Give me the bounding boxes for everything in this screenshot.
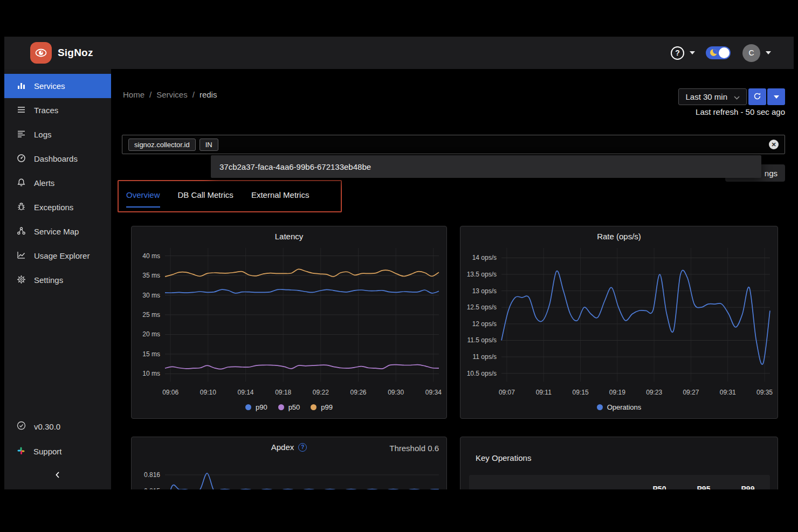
tab-db-call-metrics[interactable]: DB Call Metrics <box>178 190 233 208</box>
svg-text:40 ms: 40 ms <box>142 252 160 260</box>
top-bar: SigNoz ? C <box>4 37 794 69</box>
sidebar-item-label: Settings <box>34 275 63 285</box>
svg-text:13.5 ops/s: 13.5 ops/s <box>467 271 497 278</box>
latency-chart: 09:0609:1009:1409:1809:2209:2609:3009:34… <box>132 226 448 419</box>
svg-text:09:10: 09:10 <box>200 389 216 396</box>
svg-text:09:30: 09:30 <box>388 389 404 396</box>
filter-chips: signoz.collector.idIN <box>128 139 218 151</box>
table-col-p99[interactable]: P99 <box>726 485 770 489</box>
bell-icon <box>17 178 26 189</box>
svg-text:15 ms: 15 ms <box>142 350 160 358</box>
last-refresh-text: Last refresh - 50 sec ago <box>696 107 785 116</box>
table-col-p95[interactable]: P95 <box>682 485 726 489</box>
sidebar-item-label: Exceptions <box>34 203 73 212</box>
chevron-down-icon[interactable] <box>690 51 695 54</box>
legend-item-p50[interactable]: p50 <box>278 403 300 411</box>
legend-item-p99[interactable]: p99 <box>311 403 333 411</box>
table-header-row: P50P95P99 <box>469 485 770 489</box>
help-icon[interactable]: ? <box>671 46 684 60</box>
svg-text:35 ms: 35 ms <box>142 272 160 279</box>
refresh-button[interactable] <box>748 88 766 105</box>
svg-text:10 ms: 10 ms <box>142 370 160 377</box>
svg-text:09:27: 09:27 <box>683 389 699 396</box>
sidebar-nav: ServicesTracesLogsDashboardsAlertsExcept… <box>4 69 111 292</box>
tab-overview[interactable]: Overview <box>126 190 160 208</box>
breadcrumb-item-home[interactable]: Home <box>123 90 145 99</box>
legend-item-operations[interactable]: Operations <box>597 403 642 411</box>
legend-dot <box>311 404 317 410</box>
clear-filter-icon[interactable]: ✕ <box>769 140 779 149</box>
bar-chart-icon <box>17 81 26 92</box>
filter-search-bar[interactable]: signoz.collector.idIN ✕ <box>122 135 785 154</box>
avatar[interactable]: C <box>742 44 760 62</box>
time-range-label: Last 30 min <box>685 92 727 101</box>
slack-icon <box>17 446 25 457</box>
svg-text:09:35: 09:35 <box>756 389 773 396</box>
table-col-name <box>469 485 637 489</box>
apdex-chart: 0.8160.815 <box>132 437 448 489</box>
check-circle-icon <box>17 421 26 432</box>
legend-label: p90 <box>256 403 267 411</box>
top-right-controls: ? C <box>671 44 794 62</box>
svg-text:09:26: 09:26 <box>350 389 366 396</box>
table-title: Key Operations <box>476 453 531 462</box>
breadcrumb-separator: / <box>149 90 152 99</box>
apdex-panel: Apdex ? Threshold 0.6 0.8160.815 <box>131 437 447 489</box>
sidebar-item-label: Services <box>34 81 65 91</box>
line-chart-icon <box>17 251 26 261</box>
svg-text:10.5 ops/s: 10.5 ops/s <box>467 370 497 377</box>
svg-text:09:19: 09:19 <box>609 389 625 396</box>
graph-nodes-icon <box>17 226 26 237</box>
legend-dot <box>278 404 284 410</box>
support-item[interactable]: Support <box>4 439 111 464</box>
sidebar-item-usage-explorer[interactable]: Usage Explorer <box>4 244 111 268</box>
sidebar-item-logs[interactable]: Logs <box>4 122 111 147</box>
filter-suggestion-item[interactable]: 37cb2a37-faca-4aa6-99b6-672133eb48be <box>211 155 761 178</box>
chevron-down-icon <box>734 92 740 101</box>
sidebar-item-exceptions[interactable]: Exceptions <box>4 195 111 219</box>
brand-name: SigNoz <box>58 47 93 59</box>
sidebar-item-traces[interactable]: Traces <box>4 98 111 122</box>
sidebar-item-dashboards[interactable]: Dashboards <box>4 147 111 171</box>
svg-text:13 ops/s: 13 ops/s <box>472 287 497 295</box>
legend-dot <box>245 404 251 410</box>
svg-text:0.815: 0.815 <box>144 487 160 489</box>
key-operations-table: P50P95P99 <box>469 475 770 489</box>
svg-text:09:07: 09:07 <box>499 389 515 396</box>
refresh-options-button[interactable] <box>767 88 785 105</box>
collapse-sidebar-button[interactable] <box>4 464 111 483</box>
svg-text:09:14: 09:14 <box>237 389 253 396</box>
svg-text:09:15: 09:15 <box>573 389 589 396</box>
table-col-p50[interactable]: P50 <box>637 485 682 489</box>
legend-dot <box>597 404 603 410</box>
sidebar-item-label: Service Map <box>34 227 79 236</box>
sidebar: ServicesTracesLogsDashboardsAlertsExcept… <box>4 69 111 489</box>
key-operations-panel: Key Operations P50P95P99 <box>460 437 778 489</box>
breadcrumb-item-services[interactable]: Services <box>156 90 188 99</box>
dark-mode-toggle[interactable] <box>706 46 731 59</box>
filter-chip[interactable]: IN <box>200 139 218 151</box>
sidebar-item-alerts[interactable]: Alerts <box>4 171 111 195</box>
chart-legend: p90p50p99 <box>132 403 446 411</box>
bug-icon <box>17 202 26 213</box>
filter-chip[interactable]: signoz.collector.id <box>128 139 196 151</box>
sidebar-item-service-map[interactable]: Service Map <box>4 219 111 244</box>
rate-panel: Rate (ops/s) 09:0709:1109:1509:1909:2309… <box>460 226 778 419</box>
legend-item-p90[interactable]: p90 <box>245 403 267 411</box>
tab-external-metrics[interactable]: External Metrics <box>251 190 309 208</box>
legend-label: p50 <box>288 403 300 411</box>
gear-icon <box>17 275 26 286</box>
chart-legend: Operations <box>460 403 778 411</box>
svg-text:25 ms: 25 ms <box>142 311 160 319</box>
legend-label: Operations <box>607 403 642 411</box>
sidebar-item-settings[interactable]: Settings <box>4 268 111 292</box>
log-lines-icon <box>17 129 26 140</box>
list-lines-icon <box>17 105 26 116</box>
rate-chart: 09:0709:1109:1509:1909:2309:2709:3109:35… <box>460 226 779 419</box>
sidebar-item-services[interactable]: Services <box>4 74 111 98</box>
breadcrumb: Home/Services/redis <box>123 90 217 99</box>
svg-text:09:34: 09:34 <box>425 389 442 396</box>
chevron-down-icon[interactable] <box>766 51 771 54</box>
support-label: Support <box>33 447 62 456</box>
time-range-select[interactable]: Last 30 min <box>678 88 747 105</box>
